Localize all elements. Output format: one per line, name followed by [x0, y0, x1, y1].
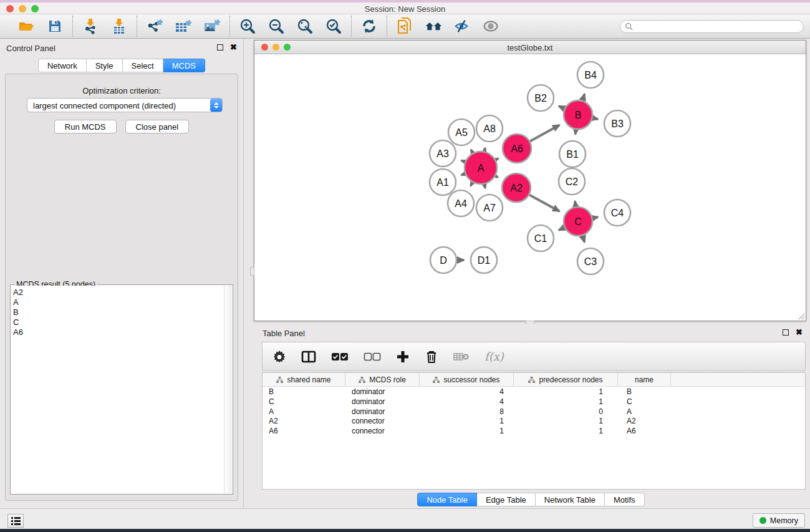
table-cell[interactable]: A6	[263, 426, 345, 436]
graph-edge-A-A5[interactable]	[471, 150, 473, 153]
home-layout-icon[interactable]	[425, 17, 442, 35]
select-all-checks-icon[interactable]	[331, 349, 349, 365]
zoom-in-icon[interactable]	[239, 17, 256, 35]
close-panel-icon[interactable]: ✖	[230, 44, 237, 51]
column-header-predecessor-nodes[interactable]: predecessor nodes	[514, 373, 618, 386]
memory-button[interactable]: Memory	[753, 513, 805, 528]
export-network-icon[interactable]	[146, 17, 163, 35]
export-table-icon[interactable]	[175, 17, 192, 35]
graph-edge-A-A7[interactable]	[485, 184, 485, 188]
float-table-panel-icon[interactable]	[783, 329, 789, 336]
network-window-titlebar[interactable]: testGlobe.txt	[254, 41, 806, 54]
zoom-out-icon[interactable]	[268, 17, 285, 35]
table-cell[interactable]: 1	[514, 387, 618, 397]
export-image-icon[interactable]	[203, 17, 221, 35]
resize-grip-icon[interactable]	[798, 312, 805, 320]
graph-edge-B-B2[interactable]	[559, 106, 564, 109]
graph-edge-C-C3[interactable]	[582, 236, 584, 243]
tab-select[interactable]: Select	[123, 59, 163, 72]
graph-edge-A-A1[interactable]	[461, 174, 465, 175]
graph-edge-A-A8[interactable]	[485, 148, 485, 151]
graph-edge-A-A2[interactable]	[496, 176, 498, 177]
show-eye-icon[interactable]	[482, 17, 499, 35]
graph-edge-B-B3[interactable]	[592, 118, 597, 119]
table-cell[interactable]: A6	[618, 426, 671, 436]
mcds-result-item[interactable]: A	[13, 297, 224, 307]
graph-edge-A-A3[interactable]	[461, 160, 465, 162]
graph-edge-A-A6[interactable]	[496, 158, 498, 160]
splitter-grip-vertical[interactable]	[250, 267, 254, 276]
graph-edge-A6-B[interactable]	[530, 125, 559, 141]
deselect-all-checks-icon[interactable]	[364, 349, 381, 365]
add-column-icon[interactable]	[396, 349, 410, 365]
tab-motifs[interactable]: Motifs	[605, 493, 645, 506]
optimization-criterion-dropdown[interactable]: largest connected component (directed)	[27, 98, 223, 112]
table-settings-icon[interactable]	[272, 349, 286, 365]
mcds-result-item[interactable]: A2	[13, 288, 224, 297]
table-cell[interactable]: A2	[263, 416, 345, 426]
graph-edge-B-B4[interactable]	[582, 94, 584, 101]
table-cell[interactable]: 1	[514, 426, 618, 436]
hide-selected-icon[interactable]	[453, 17, 471, 35]
import-network-icon[interactable]	[82, 17, 99, 35]
column-header-MCDS-role[interactable]: MCDS role	[345, 373, 420, 386]
table-cell[interactable]: 1	[514, 416, 618, 426]
table-cell[interactable]: C	[263, 397, 345, 407]
table-row[interactable]: A6connector11A6	[263, 426, 805, 436]
table-row[interactable]: Adominator80A	[263, 407, 805, 417]
table-cell[interactable]: dominator	[345, 397, 420, 407]
close-table-panel-icon[interactable]: ✖	[796, 329, 803, 336]
column-view-icon[interactable]	[301, 349, 316, 365]
tab-network-table[interactable]: Network Table	[536, 493, 605, 506]
close-panel-button[interactable]: Close panel	[125, 120, 190, 133]
table-cell[interactable]: 1	[514, 397, 618, 407]
zoom-fit-icon[interactable]	[296, 17, 314, 35]
save-session-icon[interactable]	[46, 17, 64, 35]
table-row[interactable]: A2connector11A2	[263, 416, 805, 426]
open-file-icon[interactable]	[17, 17, 35, 35]
column-header-shared-name[interactable]: shared name	[263, 373, 345, 386]
mcds-result-item[interactable]: C	[13, 317, 224, 327]
table-cell[interactable]: A	[263, 407, 345, 417]
run-mcds-button[interactable]: Run MCDS	[54, 120, 117, 133]
table-cell[interactable]: connector	[345, 416, 420, 426]
mcds-scrollbar[interactable]	[224, 286, 232, 493]
table-row[interactable]: Cdominator41C	[263, 397, 805, 407]
table-cell[interactable]: B	[263, 387, 345, 397]
tab-edge-table[interactable]: Edge Table	[477, 493, 536, 506]
table-cell[interactable]: A2	[618, 416, 671, 426]
tab-node-table[interactable]: Node Table	[417, 493, 477, 506]
graph-edge-B-B1[interactable]	[576, 130, 576, 135]
column-header-successor-nodes[interactable]: successor nodes	[420, 373, 514, 386]
table-cell[interactable]: dominator	[345, 387, 420, 397]
tab-mcds[interactable]: MCDS	[163, 59, 205, 72]
delete-column-icon[interactable]	[425, 349, 438, 365]
table-cell[interactable]: 0	[514, 407, 618, 417]
column-header-name[interactable]: name	[618, 373, 671, 386]
graph-edge-C-C4[interactable]	[592, 217, 597, 218]
import-table-icon[interactable]	[110, 17, 128, 35]
refresh-layout-icon[interactable]	[360, 17, 378, 35]
table-cell[interactable]: connector	[345, 426, 420, 436]
float-panel-icon[interactable]	[217, 44, 223, 51]
tab-style[interactable]: Style	[87, 59, 123, 72]
tab-network[interactable]: Network	[38, 59, 87, 72]
table-row[interactable]: Bdominator41B	[263, 387, 805, 397]
search-input[interactable]	[620, 20, 804, 33]
network-graph[interactable]: B4B2BB3A8A5A6B1A3AC2A1A2A4A7C4CC1C3DD1	[254, 54, 806, 321]
table-cell[interactable]: 4	[420, 397, 514, 407]
table-cell[interactable]: 4	[420, 387, 514, 397]
network-canvas[interactable]: B4B2BB3A8A5A6B1A3AC2A1A2A4A7C4CC1C3DD1	[254, 54, 806, 321]
copy-network-style-icon[interactable]	[396, 17, 413, 35]
graph-edge-A2-C[interactable]	[529, 195, 559, 211]
graph-edge-A-A4[interactable]	[471, 183, 473, 186]
table-cell[interactable]: A	[618, 407, 671, 417]
zoom-selected-icon[interactable]	[325, 17, 342, 35]
table-cell[interactable]: 1	[420, 416, 514, 426]
table-cell[interactable]: B	[618, 387, 671, 397]
table-cell[interactable]: dominator	[345, 407, 420, 417]
task-history-button[interactable]	[7, 514, 24, 528]
graph-edge-C-C2[interactable]	[575, 201, 576, 207]
mcds-result-item[interactable]: B	[13, 307, 224, 317]
table-cell[interactable]: 8	[420, 407, 514, 417]
